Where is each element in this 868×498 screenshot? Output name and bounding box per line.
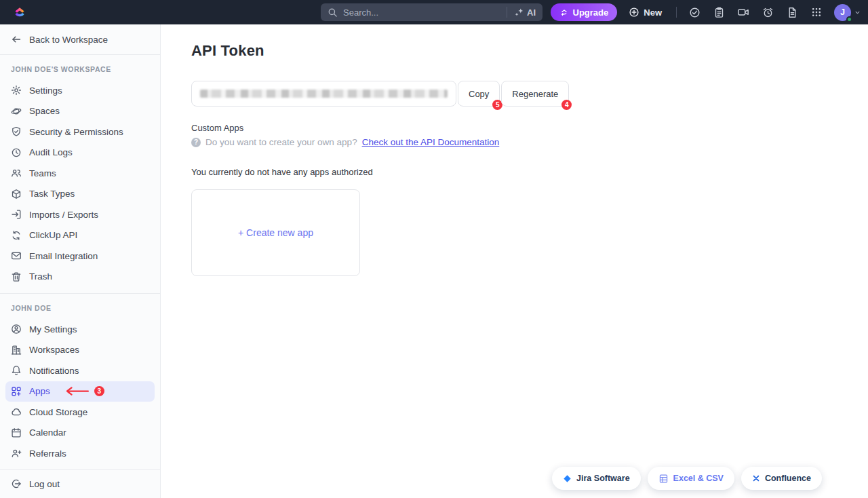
annotation-badge: 3 (94, 386, 104, 396)
sidebar-item-audit-logs[interactable]: Audit Logs (0, 142, 160, 164)
new-label: New (644, 7, 662, 18)
jira-icon (563, 474, 572, 483)
sparkle-icon (514, 7, 524, 17)
check-circle-icon[interactable] (685, 3, 704, 21)
sidebar-item-settings[interactable]: Settings (0, 80, 160, 101)
sidebar-item-label: Trash (29, 271, 52, 282)
copy-token-button[interactable]: Copy 5 (458, 81, 500, 107)
search-divider (507, 7, 507, 18)
upgrade-icon (559, 7, 569, 17)
sidebar-item-label: Calendar (29, 427, 66, 438)
avatar-initial: J (840, 7, 845, 17)
logout-icon (11, 478, 22, 489)
confluence-label: Confluence (765, 474, 811, 483)
sidebar-item-cloud-storage[interactable]: Cloud Storage (0, 402, 160, 423)
online-status-dot (846, 16, 852, 22)
sidebar-item-clickup-api[interactable]: ClickUp API (0, 225, 160, 246)
sidebar-item-label: Imports / Exports (29, 210, 98, 220)
api-icon (11, 230, 22, 241)
cloud-icon (11, 406, 22, 417)
planet-icon (11, 106, 22, 117)
search-icon (328, 7, 338, 18)
search-input[interactable]: Search... AI (321, 3, 542, 21)
sidebar-item-apps[interactable]: Apps 3 (5, 381, 155, 402)
logout-button[interactable]: Log out (0, 470, 160, 498)
trash-icon (11, 271, 22, 282)
sidebar-item-email-integration[interactable]: Email Integration (0, 246, 160, 267)
jira-label: Jira Software (576, 474, 630, 483)
api-token-page: API Token Copy 5 Regenerate 4 Custom App… (161, 24, 868, 498)
clickup-logo-icon[interactable] (11, 3, 28, 21)
search-placeholder: Search... (343, 7, 500, 18)
plus-circle-icon (629, 7, 639, 18)
sidebar-item-label: Spaces (29, 106, 60, 116)
import-shortcut-pills: Jira Software Excel & CSV Confluence (552, 467, 822, 490)
avatar: J (834, 4, 851, 21)
sidebar-item-calendar[interactable]: Calendar (0, 423, 160, 444)
api-documentation-link[interactable]: Check out the API Documentation (362, 137, 500, 147)
account-menu[interactable]: J (834, 4, 861, 21)
cube-icon (11, 189, 22, 199)
custom-apps-label: Custom Apps (191, 123, 868, 133)
help-question-icon: ? (191, 138, 201, 147)
history-clock-icon (11, 147, 22, 158)
sidebar-item-my-settings[interactable]: My Settings (0, 319, 160, 340)
new-button[interactable]: New (623, 3, 668, 21)
api-token-field[interactable] (191, 81, 456, 107)
sidebar-item-teams[interactable]: Teams (0, 163, 160, 184)
import-export-icon (11, 209, 22, 220)
sidebar-item-notifications[interactable]: Notifications (0, 360, 160, 381)
sidebar-item-workspaces[interactable]: Workspaces (0, 340, 160, 361)
user-plus-icon (11, 448, 22, 459)
api-token-redacted-value (200, 90, 448, 98)
no-apps-text: You currently do not have any apps autho… (191, 167, 868, 177)
sidebar-item-label: Teams (29, 168, 56, 178)
sidebar-item-label: Security & Permissions (29, 127, 123, 137)
ai-button[interactable]: AI (514, 7, 536, 18)
clipboard-icon[interactable] (709, 3, 728, 21)
alarm-reminder-icon[interactable] (758, 3, 777, 21)
sidebar-item-imports-exports[interactable]: Imports / Exports (0, 204, 160, 225)
copy-label: Copy (469, 89, 489, 99)
helper-text: Do you want to create your own app? (205, 137, 357, 147)
ai-label: AI (527, 7, 536, 18)
sidebar-item-security-permissions[interactable]: Security & Permissions (0, 121, 160, 142)
building-icon (11, 345, 22, 356)
calendar-icon (11, 427, 22, 438)
helper-row: ? Do you want to create your own app? Ch… (191, 137, 868, 147)
sidebar-item-label: Audit Logs (29, 147, 73, 157)
page-title: API Token (191, 42, 868, 60)
sidebar-item-label: My Settings (29, 324, 77, 334)
upgrade-button[interactable]: Upgrade (551, 3, 618, 21)
regenerate-token-button[interactable]: Regenerate 4 (501, 81, 569, 107)
create-new-app-label: + Create new app (238, 227, 313, 238)
video-recorder-icon[interactable] (734, 3, 753, 21)
excel-csv-button[interactable]: Excel & CSV (648, 467, 734, 490)
apps-grid-icon[interactable] (807, 3, 826, 21)
sidebar-item-label: Task Types (29, 189, 75, 199)
topbar-divider (676, 7, 677, 18)
confluence-icon (752, 474, 760, 482)
red-arrow-left-icon (64, 386, 90, 396)
sidebar-item-spaces[interactable]: Spaces (0, 101, 160, 122)
token-row: Copy 5 Regenerate 4 (191, 81, 567, 107)
doc-icon[interactable] (783, 3, 802, 21)
users-icon (11, 168, 22, 178)
sidebar-item-referrals[interactable]: Referrals (0, 443, 160, 464)
create-new-app-button[interactable]: + Create new app (191, 189, 360, 276)
user-section-header: JOHN DOE (0, 294, 160, 319)
back-to-workspace-button[interactable]: Back to Workspace (0, 24, 160, 54)
user-circle-icon (11, 324, 22, 334)
sidebar-item-label: Notifications (29, 366, 79, 376)
jira-software-button[interactable]: Jira Software (552, 467, 641, 490)
topbar: Search... AI Upgrade New J (0, 0, 868, 24)
sidebar-item-task-types[interactable]: Task Types (0, 184, 160, 205)
arrow-left-icon (11, 34, 22, 45)
sidebar-item-trash[interactable]: Trash (0, 267, 160, 288)
sidebar-item-label: Workspaces (29, 345, 79, 355)
chevron-down-icon (854, 9, 861, 16)
confluence-button[interactable]: Confluence (741, 467, 822, 490)
upgrade-label: Upgrade (573, 7, 609, 18)
sidebar-item-label: Email Integration (29, 251, 98, 261)
sidebar-item-label: Referrals (29, 448, 66, 459)
